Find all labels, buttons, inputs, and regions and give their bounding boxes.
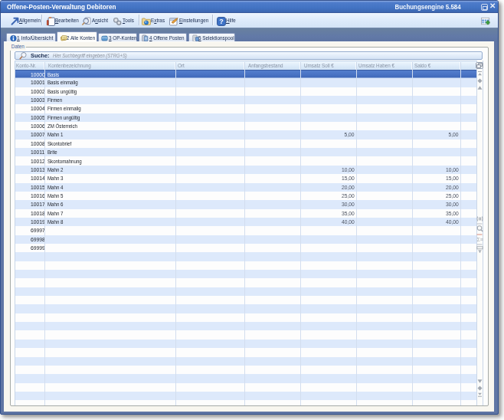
svg-text:Σ≡: Σ≡	[476, 236, 483, 241]
svg-text:?: ?	[219, 18, 224, 25]
